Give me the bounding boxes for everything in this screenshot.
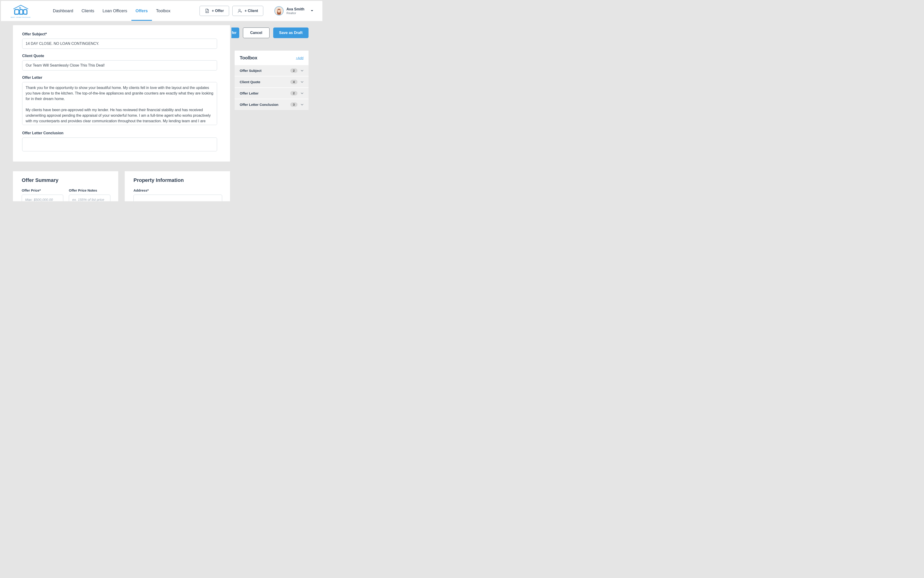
add-client-label: + Client [244,9,258,13]
toolbox-row-count: 2 [290,68,298,73]
offer-letter-textarea[interactable] [22,82,217,125]
user-menu[interactable]: Ava Smith Realtor [274,6,313,16]
add-offer-button[interactable]: + Offer [199,6,229,16]
toolbox-add-link[interactable]: +Add [296,56,303,60]
nav-buttons: + Offer + Client [199,6,263,16]
offer-price-notes-label: Offer Price Notes [69,188,110,192]
address-label: Address* [133,188,222,192]
svg-rect-1 [20,7,21,8]
toolbox-row-label: Offer Letter [240,91,290,95]
add-client-button[interactable]: + Client [232,6,263,16]
chevron-down-icon [301,93,303,94]
property-info-card: Property Information Address* [125,171,230,201]
property-info-title: Property Information [133,177,222,183]
offer-price-notes-input[interactable] [69,195,110,201]
offer-subject-label: Offer Subject* [22,32,221,36]
client-quote-label: Client Quote [22,54,221,58]
nav-dashboard[interactable]: Dashboard [53,2,73,20]
action-bar: fer Cancel Save as Draft [231,28,309,38]
user-plus-icon [238,8,242,13]
svg-rect-2 [19,8,19,9]
logo-icon [11,4,30,16]
file-icon [205,8,209,13]
offer-form-card: Offer Subject* Client Quote Offer Letter… [13,25,230,162]
nav-toolbox[interactable]: Toolbox [156,2,170,20]
bottom-cards: Offer Summary Offer Price* Offer Price N… [13,171,230,201]
offer-subject-input[interactable] [22,39,217,49]
offer-letter-conclusion-label: Offer Letter Conclusion [22,131,221,135]
toolbox-row-label: Client Quote [240,80,290,84]
client-quote-input[interactable] [22,60,217,70]
nav-offers[interactable]: Offers [136,2,148,20]
offer-summary-title: Offer Summary [22,177,110,183]
toolbox-row-offer-subject[interactable]: Offer Subject 2 [235,65,309,76]
nav-clients[interactable]: Clients [81,2,94,20]
toolbox-panel: Toolbox +Add Offer Subject 2 Client Quot… [235,50,309,110]
svg-rect-3 [20,8,21,9]
offer-price-input[interactable] [22,195,63,201]
chevron-down-icon [301,70,303,71]
caret-down-icon [311,10,313,11]
save-draft-button[interactable]: Save as Draft [273,28,309,38]
user-name: Ava Smith [286,7,304,11]
toolbox-row-label: Offer Subject [240,69,290,73]
user-role: Realtor [286,11,304,15]
svg-rect-0 [19,7,19,8]
nav-loan-officers[interactable]: Loan Officers [102,2,127,20]
toolbox-row-offer-letter-conclusion[interactable]: Offer Letter Conclusion 3 [235,99,309,110]
offer-letter-conclusion-textarea[interactable] [22,138,217,151]
offer-summary-card: Offer Summary Offer Price* Offer Price N… [13,171,118,201]
cancel-button[interactable]: Cancel [243,28,269,38]
toolbox-row-count: 4 [290,80,298,84]
toolbox-title: Toolbox [240,55,257,60]
logo[interactable]: BEST OFFER PACKAGE [10,4,32,18]
toolbox-row-client-quote[interactable]: Client Quote 4 [235,76,309,88]
submit-offer-partial-button[interactable]: fer [231,28,239,38]
toolbox-row-offer-letter[interactable]: Offer Letter 2 [235,88,309,99]
toolbox-row-count: 3 [290,102,298,107]
top-nav: BEST OFFER PACKAGE Dashboard Clients Loa… [1,1,322,21]
add-offer-label: + Offer [212,9,224,13]
svg-point-4 [239,9,240,11]
avatar [274,6,283,16]
chevron-down-icon [301,81,303,83]
offer-letter-label: Offer Letter [22,76,221,80]
toolbox-row-count: 2 [290,91,298,96]
offer-price-label: Offer Price* [22,188,63,192]
chevron-down-icon [301,104,303,106]
toolbox-row-label: Offer Letter Conclusion [240,102,290,107]
nav-links: Dashboard Clients Loan Officers Offers T… [53,2,170,20]
address-input[interactable] [133,195,222,201]
logo-subtitle: BEST OFFER PACKAGE [11,17,31,18]
